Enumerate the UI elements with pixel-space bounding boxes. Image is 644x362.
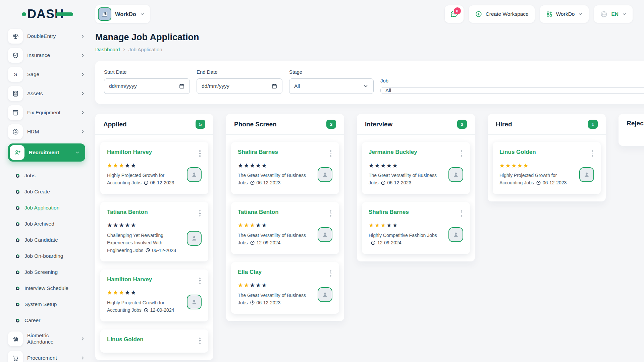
sidebar-item-doubleentry[interactable]: DoubleEntry	[8, 29, 85, 44]
candidate-description: The Great Versatility of Business Jobs12…	[238, 232, 314, 247]
candidate-name: Hamilton Harvey	[107, 276, 152, 283]
sidebar-item-biometric-attendance[interactable]: Biometric Attendance	[8, 331, 85, 346]
star-icon: ★	[119, 162, 125, 169]
user-plus-icon	[10, 145, 24, 160]
candidate-card[interactable]: Tatiana Benton★★★★★Challenging Yet Rewar…	[100, 202, 208, 261]
candidate-card[interactable]: Tatiana Benton★★★★★The Great Versatility…	[231, 202, 339, 254]
card-menu-button[interactable]	[460, 209, 464, 218]
star-icon: ★	[113, 222, 119, 229]
chevron-down-icon	[578, 12, 583, 16]
candidate-info: ★★★★★Highly Projected Growth for Account…	[107, 163, 183, 187]
sidebar-subitem-label: Job Application	[24, 205, 59, 211]
card-menu-button[interactable]	[329, 209, 333, 218]
sidebar-subitem-label: Job Create	[24, 189, 50, 195]
card-menu-button[interactable]	[460, 149, 464, 158]
card-menu-button[interactable]	[198, 209, 202, 218]
start-date-input[interactable]: dd/mm/yyyy	[104, 78, 190, 94]
sidebar-item-label: Sage	[27, 71, 39, 78]
sidebar-item-label: Insurance	[27, 52, 50, 59]
messages-button[interactable]: 0	[445, 5, 464, 23]
sidebar-subitem-job-archived[interactable]: Job Archived	[8, 216, 85, 232]
chevron-right-icon	[80, 129, 85, 134]
star-icon: ★	[262, 222, 268, 229]
sidebar-subitem-job-application[interactable]: Job Application	[8, 200, 85, 216]
candidate-card-body: ★★★★★The Great Versatility of Business J…	[369, 163, 463, 187]
create-workspace-button[interactable]: Create Workspace	[469, 5, 535, 23]
sidebar-item-label: Procurement	[27, 355, 57, 361]
candidate-card-header: Hamilton Harvey	[107, 276, 202, 286]
sidebar-item-fix-equipment[interactable]: Fix Equipment	[8, 105, 85, 120]
card-menu-button[interactable]	[198, 336, 202, 346]
sidebar-item-recruitment[interactable]: Recruitment	[8, 143, 85, 162]
workdo-menu-button[interactable]: WorkDo	[540, 5, 589, 23]
sidebar-subitem-label: Interview Schedule	[24, 285, 68, 291]
create-workspace-label: Create Workspace	[486, 11, 529, 17]
candidate-name: Tatiana Benton	[107, 209, 148, 216]
filter-panel: Start Date dd/mm/yyyy End Date dd/mm/yyy…	[95, 61, 644, 104]
rating-stars: ★★★★★	[369, 163, 445, 169]
sidebar-subitem-jobs[interactable]: Jobs	[8, 168, 85, 184]
star-icon: ★	[375, 222, 381, 229]
sidebar-item-insurance[interactable]: Insurance	[8, 48, 85, 63]
star-icon: ★	[238, 162, 244, 169]
kanban-column-header: Interview2	[357, 114, 475, 134]
candidate-name: Tatiana Benton	[238, 209, 279, 216]
card-menu-button[interactable]	[591, 149, 594, 158]
kanban-column-body	[619, 133, 644, 146]
plus-circle-icon	[475, 10, 482, 18]
kanban-column-body: Shafira Barnes★★★★★The Great Versatility…	[226, 134, 344, 321]
sidebar-subitem-job-candidate[interactable]: Job Candidate	[8, 232, 85, 248]
job-select[interactable]: All	[380, 87, 644, 94]
globe-icon	[600, 10, 608, 18]
kanban-board: Applied5Hamilton Harvey★★★★★Highly Proje…	[95, 114, 644, 360]
sidebar-item-hrm[interactable]: HRM	[8, 124, 85, 139]
sidebar-item-procurement[interactable]: Procurement	[8, 351, 85, 362]
card-menu-button[interactable]	[198, 149, 202, 158]
star-icon: ★	[107, 289, 113, 296]
avatar	[187, 295, 202, 309]
star-icon: ★	[262, 282, 268, 289]
application-date: 06-12-2023	[150, 180, 174, 185]
candidate-card-body: ★★★★★The Great Versatility of Business J…	[238, 223, 332, 246]
candidate-card[interactable]: Hamilton Harvey★★★★★Highly Projected Gro…	[100, 269, 208, 321]
candidate-card-header: Linus Golden	[499, 149, 594, 158]
candidate-card[interactable]: Jermaine Buckley★★★★★The Great Versatili…	[362, 142, 470, 194]
star-icon: ★	[392, 222, 398, 229]
workspace-switcher[interactable]: WorkDo	[95, 5, 150, 23]
star-icon: ★	[262, 162, 268, 169]
candidate-card[interactable]: Linus Golden	[100, 329, 208, 353]
kanban-column-count-badge: 1	[588, 120, 598, 129]
sidebar-item-sage[interactable]: SSage	[8, 67, 85, 82]
sidebar-subitem-job-create[interactable]: Job Create	[8, 184, 85, 200]
card-menu-button[interactable]	[198, 276, 202, 286]
end-date-input[interactable]: dd/mm/yyyy	[197, 78, 282, 94]
bullet-icon	[16, 238, 19, 242]
star-icon: ★	[250, 222, 256, 229]
sidebar-subitem-career[interactable]: Career	[8, 312, 85, 328]
app-logo[interactable]: DASH	[0, 7, 95, 21]
candidate-card[interactable]: Linus Golden★★★★★Highly Projected Growth…	[493, 142, 601, 194]
candidate-description: The Great Versatility of Business Jobs06…	[238, 292, 314, 307]
breadcrumb-dashboard-link[interactable]: Dashboard	[95, 47, 120, 52]
star-icon: ★	[125, 222, 131, 229]
card-menu-button[interactable]	[329, 149, 333, 158]
candidate-card[interactable]: Ella Clay★★★★★The Great Versatility of B…	[231, 262, 339, 314]
sidebar-subitem-job-on-boarding[interactable]: Job On-boarding	[8, 248, 85, 264]
star-icon: ★	[369, 162, 375, 169]
kanban-column-title: Phone Screen	[234, 121, 277, 128]
language-selector[interactable]: EN	[594, 5, 633, 23]
card-menu-button[interactable]	[329, 269, 333, 278]
sidebar-subitem-job-screening[interactable]: Job Screening	[8, 264, 85, 280]
sidebar-item-assets[interactable]: Assets	[8, 86, 85, 101]
bullet-icon	[16, 222, 19, 226]
candidate-card[interactable]: Shafira Barnes★★★★★Highly Competitive Fa…	[362, 202, 470, 254]
sidebar-subitem-system-setup[interactable]: System Setup	[8, 296, 85, 312]
sidebar-submenu: JobsJob CreateJob ApplicationJob Archive…	[8, 166, 85, 331]
sidebar-subitem-interview-schedule[interactable]: Interview Schedule	[8, 280, 85, 296]
candidate-card[interactable]: Shafira Barnes★★★★★The Great Versatility…	[231, 142, 339, 194]
candidate-card[interactable]: Hamilton Harvey★★★★★Highly Projected Gro…	[100, 142, 208, 194]
start-date-placeholder: dd/mm/yyyy	[109, 83, 137, 89]
stage-select[interactable]: All	[289, 78, 374, 94]
calendar-icon	[179, 83, 185, 89]
kanban-column-body: Linus Golden★★★★★Highly Projected Growth…	[488, 134, 606, 201]
